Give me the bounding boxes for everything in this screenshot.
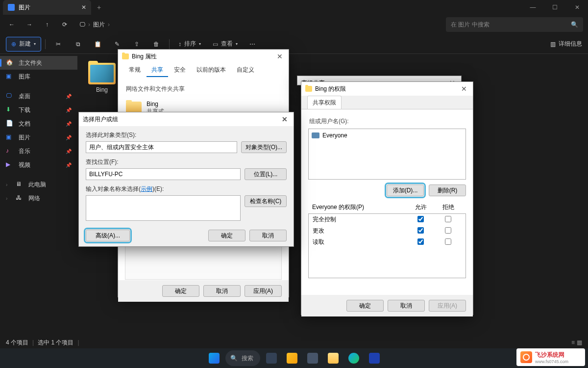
close-button[interactable]: ✕ bbox=[275, 53, 285, 60]
folder-item-bing[interactable]: Bing bbox=[82, 59, 122, 97]
deny-checkbox[interactable] bbox=[445, 227, 451, 234]
check-names-button[interactable]: 检查名称(C) bbox=[245, 195, 287, 207]
allow-checkbox[interactable] bbox=[417, 227, 424, 234]
maximize-button[interactable]: ☐ bbox=[544, 0, 566, 15]
chevron-down-icon: ▾ bbox=[34, 42, 36, 46]
sidebar-item-network[interactable]: › 🖧 网络 bbox=[0, 191, 77, 205]
sidebar-item-this-pc[interactable]: › 🖥 此电脑 bbox=[0, 178, 77, 191]
start-button[interactable] bbox=[205, 350, 223, 367]
sidebar-item-downloads[interactable]: ⬇ 下载 📌 bbox=[0, 103, 77, 117]
allow-checkbox[interactable] bbox=[417, 216, 424, 222]
advanced-button[interactable]: 高级(A)... bbox=[86, 230, 130, 241]
view-icon: ▭ bbox=[213, 41, 218, 48]
paste-icon: 📋 bbox=[94, 40, 101, 48]
network-share-label: 网络文件和文件夹共享 bbox=[126, 85, 281, 93]
ok-button[interactable]: 确定 bbox=[162, 285, 199, 297]
dialog-titlebar[interactable]: 选择用户或组 ✕ bbox=[79, 112, 294, 126]
taskbar-search[interactable]: 🔍 搜索 bbox=[225, 350, 260, 366]
cancel-button[interactable]: 取消 bbox=[203, 285, 241, 297]
sidebar-item-desktop[interactable]: 🖵 桌面 📌 bbox=[0, 89, 77, 103]
enter-names-label: 输入对象名称来选择(示例)(E): bbox=[86, 185, 287, 193]
example-link[interactable]: 示例 bbox=[141, 185, 152, 192]
grid-view-icon[interactable]: ▦ bbox=[577, 339, 582, 346]
search-label: 搜索 bbox=[242, 354, 253, 363]
window-controls: — ☐ ✕ bbox=[522, 0, 588, 15]
list-view-icon[interactable]: ≡ bbox=[571, 339, 575, 346]
new-button[interactable]: ⊕ 新建 ▾ bbox=[6, 37, 41, 52]
dialog-titlebar[interactable]: Bing 属性 ✕ bbox=[118, 50, 289, 63]
ok-button[interactable]: 确定 bbox=[208, 230, 245, 241]
copy-button[interactable]: ⧉ bbox=[69, 37, 87, 52]
apply-button[interactable]: 应用(A) bbox=[429, 300, 466, 312]
dialog-titlebar[interactable]: Bing 的权限 ✕ bbox=[301, 82, 473, 96]
list-item[interactable]: Everyone bbox=[311, 131, 464, 140]
edge-button[interactable] bbox=[344, 350, 363, 367]
location-field: BILLYFU-PC bbox=[86, 168, 241, 180]
network-icon: 🖧 bbox=[16, 194, 24, 202]
groups-listbox[interactable]: Everyone bbox=[308, 129, 466, 180]
breadcrumb-item[interactable]: 图片 bbox=[93, 21, 105, 29]
tab-general[interactable]: 常规 bbox=[124, 63, 146, 77]
logo-icon bbox=[520, 351, 532, 363]
group-label: 组或用户名(G): bbox=[309, 117, 465, 126]
app-button[interactable] bbox=[303, 350, 322, 367]
status-bar: 4 个项目 | 选中 1 个项目 | ≡ ▦ bbox=[0, 337, 588, 348]
search-input[interactable]: 在 图片 中搜索 🔍 bbox=[446, 17, 583, 32]
pin-icon: 📌 bbox=[66, 107, 72, 113]
add-button[interactable]: 添加(D)... bbox=[387, 184, 424, 196]
object-type-field: 用户、组或内置安全主体 bbox=[86, 141, 237, 153]
new-tab-button[interactable]: + bbox=[91, 3, 107, 11]
music-icon: ♪ bbox=[6, 147, 14, 155]
paste-button[interactable]: 📋 bbox=[89, 37, 106, 52]
sidebar-label: 视频 bbox=[19, 161, 30, 169]
tab-security[interactable]: 安全 bbox=[169, 63, 191, 77]
tab-sharing[interactable]: 共享 bbox=[147, 63, 168, 77]
toolbar: ⊕ 新建 ▾ ✂ ⧉ 📋 ✎ ⇪ 🗑 ↕ 排序 ▾ ▭ 查看 ▾ ⋯ ▥ 详细信… bbox=[0, 34, 588, 54]
window-tab[interactable]: 图片 ✕ bbox=[3, 0, 91, 15]
store-button[interactable] bbox=[365, 350, 384, 367]
apply-button[interactable]: 应用(A) bbox=[245, 285, 282, 297]
close-tab-icon[interactable]: ✕ bbox=[81, 4, 86, 11]
task-view-button[interactable] bbox=[262, 350, 281, 367]
details-button[interactable]: ▥ 详细信息 bbox=[550, 40, 582, 48]
remove-button[interactable]: 删除(R) bbox=[429, 184, 466, 196]
close-button[interactable]: ✕ bbox=[280, 115, 290, 123]
sidebar-item-gallery[interactable]: ▣ 图库 bbox=[0, 70, 77, 83]
nav-bar: ← → ↑ ⟳ 🖵 › 图片 › 在 图片 中搜索 🔍 bbox=[0, 15, 588, 34]
sidebar-item-documents[interactable]: 📄 文档 📌 bbox=[0, 117, 77, 131]
locations-button[interactable]: 位置(L)... bbox=[245, 168, 287, 180]
widgets-button[interactable] bbox=[283, 350, 301, 367]
new-label: 新建 bbox=[19, 40, 31, 48]
app-icon bbox=[307, 353, 318, 364]
object-names-input[interactable] bbox=[86, 195, 241, 221]
minimize-button[interactable]: — bbox=[522, 0, 544, 15]
store-icon bbox=[369, 353, 380, 364]
object-types-button[interactable]: 对象类型(O)... bbox=[241, 141, 287, 153]
monitor-icon: 🖵 bbox=[79, 21, 85, 28]
tab-customize[interactable]: 自定义 bbox=[232, 63, 259, 77]
sidebar: 🏠 主文件夹 ▣ 图库 🖵 桌面 📌 ⬇ 下载 📌 📄 文档 📌 bbox=[0, 54, 77, 339]
sidebar-item-music[interactable]: ♪ 音乐 📌 bbox=[0, 144, 77, 158]
cut-button[interactable]: ✂ bbox=[49, 37, 67, 52]
separator: | bbox=[32, 339, 34, 346]
deny-checkbox[interactable] bbox=[445, 216, 451, 222]
sidebar-item-home[interactable]: 🏠 主文件夹 bbox=[0, 56, 77, 70]
deny-checkbox[interactable] bbox=[445, 238, 451, 245]
tab-share-permissions[interactable]: 共享权限 bbox=[307, 96, 342, 109]
sidebar-item-pictures[interactable]: ▣ 图片 📌 bbox=[0, 131, 77, 144]
cancel-button[interactable]: 取消 bbox=[249, 230, 287, 241]
explorer-button[interactable] bbox=[324, 350, 343, 367]
back-button[interactable]: ← bbox=[5, 18, 19, 31]
breadcrumb[interactable]: 🖵 › 图片 › bbox=[75, 21, 442, 29]
refresh-button[interactable]: ⟳ bbox=[58, 18, 72, 31]
home-icon: 🏠 bbox=[6, 59, 14, 67]
ok-button[interactable]: 确定 bbox=[346, 300, 384, 312]
up-button[interactable]: ↑ bbox=[40, 18, 54, 31]
sidebar-item-videos[interactable]: ▶ 视频 📌 bbox=[0, 158, 77, 172]
close-button[interactable]: ✕ bbox=[566, 0, 588, 15]
tab-previous-versions[interactable]: 以前的版本 bbox=[192, 63, 231, 77]
cancel-button[interactable]: 取消 bbox=[388, 300, 425, 312]
forward-button[interactable]: → bbox=[23, 18, 36, 31]
close-button[interactable]: ✕ bbox=[459, 85, 469, 93]
allow-checkbox[interactable] bbox=[417, 238, 424, 245]
